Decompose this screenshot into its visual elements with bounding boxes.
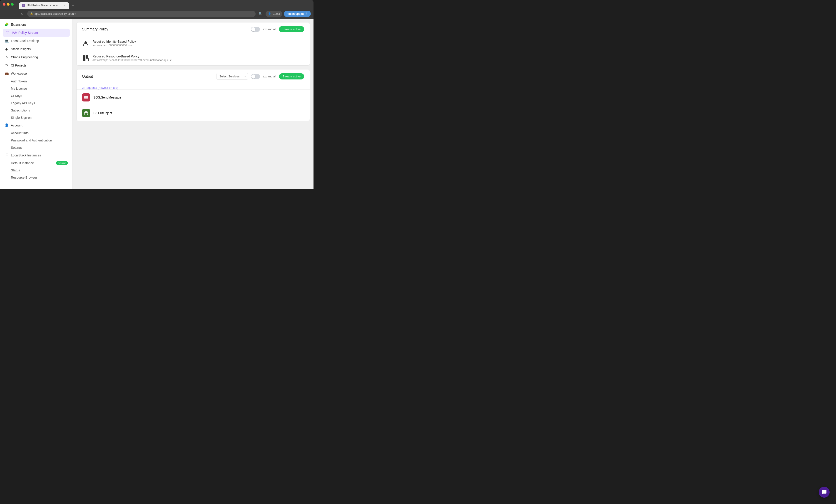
sidebar-sub-item-single-sign-on[interactable]: Single Sign-on (0, 114, 73, 121)
summary-policy-expand-toggle[interactable] (251, 27, 260, 32)
select-services-dropdown[interactable]: Select Services (216, 73, 248, 80)
sidebar-sub-item-resource-browser[interactable]: Resource Browser (0, 174, 73, 181)
account-section-label: Account (11, 123, 22, 127)
select-services-container: Select Services ▾ (216, 73, 248, 80)
sidebar-item-localstack-desktop[interactable]: 💻 LocalStack Desktop (0, 37, 73, 45)
identity-policy-info: Required Identity-Based Policy arn:aws:i… (93, 40, 136, 47)
svg-rect-1 (83, 55, 86, 58)
tab-title: IAM Policy Stream - LocalSta... (27, 4, 61, 7)
resource-policy-icon (82, 55, 89, 62)
url-text: app.localstack.cloud/policy-stream (35, 12, 76, 16)
guest-account-button[interactable]: 👤 Guest (266, 11, 282, 17)
active-tab[interactable]: ⚙ IAM Policy Stream - LocalSta... ✕ (19, 2, 69, 8)
requests-count-label: 2 Requests (newest on top) (77, 83, 310, 90)
sidebar-sub-item-account-info[interactable]: Account Info (0, 130, 73, 137)
puzzle-icon: 🧩 (4, 22, 8, 26)
sidebar-section-localstack-instances[interactable]: ⠿ LocalStack Instances (0, 151, 73, 159)
output-card-header: Output Select Services ▾ expand all Stre… (77, 70, 310, 83)
chaos-engineering-label: Chaos Engineering (11, 55, 38, 59)
sidebar: 🧩 Extensions 🛡 IAM Policy Stream 💻 Local… (0, 19, 73, 189)
resource-policy-name: Required Resource-Based Policy (93, 55, 172, 58)
sidebar-item-iam-policy-stream[interactable]: 🛡 IAM Policy Stream (3, 28, 70, 37)
summary-policy-card: Summary Policy expand all Stream active (76, 22, 310, 65)
single-sign-on-label: Single Sign-on (11, 116, 32, 119)
sidebar-sub-item-status[interactable]: Status (0, 167, 73, 174)
identity-policy-arn: arn:aws:iam::000000000000:root (93, 44, 136, 47)
default-instance-label: Default Instance (11, 161, 34, 165)
summary-policy-title: Summary Policy (82, 27, 108, 31)
sidebar-section-workspace[interactable]: 💼 Workspace (0, 70, 73, 78)
s3-request-name: S3.PutObject (93, 111, 112, 115)
forward-button[interactable]: › (11, 11, 17, 17)
browser-window: ⚙ IAM Policy Stream - LocalSta... ✕ + ⌄ … (0, 0, 314, 19)
shield-icon: 🛡 (5, 31, 10, 35)
grid-icon: ⠿ (4, 153, 8, 157)
back-button[interactable]: ‹ (3, 11, 9, 17)
resource-policy-arn: arn:aws:sqs:us-east-1:000000000000:s3-ev… (93, 59, 172, 62)
traffic-lights (3, 3, 14, 6)
output-stream-active-button[interactable]: Stream active (279, 73, 304, 79)
main-content: Summary Policy expand all Stream active (73, 19, 314, 189)
close-window-button[interactable] (3, 3, 5, 6)
my-license-label: My License (11, 87, 27, 90)
browser-titlebar: ⚙ IAM Policy Stream - LocalSta... ✕ + ⌄ (0, 0, 314, 8)
requests-list: SQS.SendMessage S3.PutObject (77, 90, 310, 121)
sidebar-item-extensions[interactable]: 🧩 Extensions (0, 20, 73, 28)
sidebar-item-stack-insights[interactable]: ◆ Stack Insights (0, 45, 73, 53)
request-item-s3[interactable]: S3.PutObject (77, 105, 310, 121)
identity-policy-icon (82, 40, 89, 47)
warning-icon: ⚠ (4, 55, 8, 59)
request-item-sqs[interactable]: SQS.SendMessage (77, 90, 310, 105)
summary-policy-expand-label: expand all (263, 27, 276, 31)
toolbar-right: 🔍 👤 Guest Finish update ⋮ (258, 11, 311, 17)
finish-update-button[interactable]: Finish update ⋮ (284, 11, 311, 17)
guest-icon: 👤 (268, 12, 271, 16)
running-badge: running (56, 161, 68, 165)
minimize-window-button[interactable] (7, 3, 10, 6)
settings-label: Settings (11, 146, 22, 149)
sidebar-sub-item-default-instance[interactable]: Default Instance running (0, 159, 73, 167)
ci-projects-label: CI Projects (11, 63, 26, 67)
sidebar-sub-item-ci-keys[interactable]: CI Keys (0, 92, 73, 99)
refresh-icon: ↻ (4, 63, 8, 67)
localstack-desktop-label: LocalStack Desktop (11, 39, 39, 43)
reload-button[interactable]: ↻ (19, 11, 25, 17)
resource-policy-info: Required Resource-Based Policy arn:aws:s… (93, 55, 172, 62)
summary-policy-stream-active-button[interactable]: Stream active (279, 26, 304, 32)
sidebar-sub-item-auth-token[interactable]: Auth Token (0, 78, 73, 85)
sidebar-sub-item-password-auth[interactable]: Password and Authentication (0, 137, 73, 144)
sidebar-sub-item-legacy-api-keys[interactable]: Legacy API Keys (0, 99, 73, 107)
security-icon: 🔒 (30, 12, 33, 15)
policy-list: Required Identity-Based Policy arn:aws:i… (77, 36, 310, 65)
sidebar-sub-item-settings[interactable]: Settings (0, 144, 73, 151)
policy-item-resource: Required Resource-Based Policy arn:aws:s… (77, 51, 310, 65)
output-title: Output (82, 75, 93, 79)
workspace-section-label: Workspace (11, 72, 27, 75)
sidebar-item-chaos-engineering[interactable]: ⚠ Chaos Engineering (0, 53, 73, 61)
auth-token-label: Auth Token (11, 79, 27, 83)
address-bar[interactable]: 🔒 app.localstack.cloud/policy-stream (27, 11, 255, 17)
stack-insights-label: Stack Insights (11, 47, 31, 51)
output-header-right: Select Services ▾ expand all Stream acti… (216, 73, 304, 80)
desktop-icon: 💻 (4, 39, 8, 43)
svg-rect-4 (86, 58, 88, 61)
svg-rect-6 (84, 97, 88, 97)
sidebar-section-account[interactable]: 👤 Account (0, 121, 73, 130)
tab-favicon: ⚙ (22, 4, 25, 7)
legacy-api-keys-label: Legacy API Keys (11, 101, 35, 105)
summary-policy-card-header: Summary Policy expand all Stream active (77, 22, 310, 36)
output-card: Output Select Services ▾ expand all Stre… (76, 69, 310, 121)
guest-label: Guest (272, 12, 280, 16)
browser-toolbar: ‹ › ↻ 🔒 app.localstack.cloud/policy-stre… (0, 8, 314, 19)
extensions-label: Extensions (11, 23, 26, 26)
finish-update-menu-icon: ⋮ (305, 12, 308, 16)
maximize-window-button[interactable] (11, 3, 14, 6)
sidebar-item-ci-projects[interactable]: ↻ CI Projects (0, 61, 73, 70)
sidebar-sub-item-subscriptions[interactable]: Subscriptions (0, 107, 73, 114)
tab-close-button[interactable]: ✕ (63, 4, 66, 7)
new-tab-button[interactable]: + (70, 2, 76, 8)
browser-search-button[interactable]: 🔍 (258, 11, 264, 17)
account-icon: 👤 (4, 123, 8, 128)
sidebar-sub-item-my-license[interactable]: My License (0, 85, 73, 92)
output-expand-toggle[interactable] (251, 74, 260, 79)
